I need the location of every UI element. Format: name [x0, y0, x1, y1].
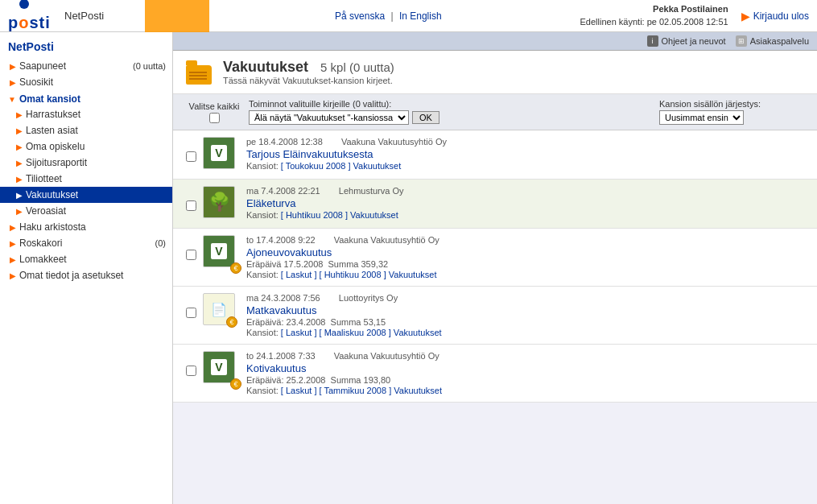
folder-link[interactable]: [ Maaliskuu 2008 ] [320, 328, 391, 337]
folder-link[interactable]: Vakuutukset [389, 270, 437, 279]
email-subject-link[interactable]: Tarjous Eläinvakuutuksesta [246, 148, 373, 160]
thumb-v-icon: V [215, 361, 222, 374]
email-subject-link[interactable]: Kotivakuutus [246, 362, 306, 374]
sidebar-item-suosikit[interactable]: ▶ Suosikit [0, 74, 172, 90]
folder-link[interactable]: Vakuutukset [353, 161, 402, 171]
folder-link[interactable]: [ Laskut ] [281, 328, 317, 337]
folder-link[interactable]: Vakuutukset [394, 328, 442, 337]
email-info: to 24.1.2008 7:33 Vaakuna Vakuutusyhtiö … [246, 351, 804, 395]
email-row: 📄 € ma 24.3.2008 7:56 Luottoyritys Oy Ma… [173, 287, 817, 345]
email-meta: to 17.4.2008 9:22 Vaakuna Vakuutusyhtiö … [246, 235, 804, 245]
email-subject: Eläketurva [246, 197, 804, 209]
ok-button[interactable]: OK [412, 111, 439, 124]
sidebar: NetPosti ▶ Saapuneet (0 uutta) ▶ Suosiki… [0, 32, 173, 504]
sidebar-item-saapuneet[interactable]: ▶ Saapuneet (0 uutta) [0, 58, 172, 74]
logout-arrow-icon: ▶ [741, 10, 750, 23]
folder-link[interactable]: [ Huhtikuu 2008 ] [320, 270, 386, 279]
select-all-area: Valitse kaikki [186, 101, 242, 123]
sidebar-item-harrastukset[interactable]: ▶ Harrastukset [0, 106, 172, 122]
toolbar: Valitse kaikki Toiminnot valituille kirj… [173, 94, 817, 130]
coin-badge: € [226, 316, 237, 328]
folder-lines [189, 70, 207, 81]
sidebar-item-omat-tiedot[interactable]: ▶ Omat tiedot ja asetukset [0, 267, 172, 283]
sort-select[interactable]: Uusimmat ensin [659, 110, 744, 125]
email-checkbox[interactable] [186, 250, 196, 260]
user-name: Pekka Postilainen [567, 3, 728, 15]
sidebar-item-roskakori[interactable]: ▶ Roskakori (0) [0, 235, 172, 251]
folder-link[interactable]: Vakuutukset [350, 210, 398, 220]
sidebar-item-lasten-asiat[interactable]: ▶ Lasten asiat [0, 122, 172, 138]
sidebar-label: Harrastukset [26, 109, 80, 120]
arrow-icon: ▶ [16, 159, 23, 167]
logout-area: ▶ Kirjaudu ulos [741, 10, 809, 23]
folder-line [189, 75, 207, 76]
email-thumbnail: V [203, 137, 238, 172]
sidebar-item-oma-opiskelu[interactable]: ▶ Oma opiskelu [0, 138, 172, 155]
customer-link[interactable]: ⊞ Asiakaspalvelu [736, 35, 809, 47]
sidebar-label: Tiliotteet [26, 173, 62, 184]
email-sender: Lehmusturva Oy [339, 186, 404, 196]
lang-swedish-link[interactable]: På svenska [335, 10, 385, 22]
arrow-icon: ▶ [10, 223, 16, 232]
email-details: Kansiot: [ Toukokuu 2008 ] Vakuutukset [246, 161, 804, 171]
folder-icon [186, 60, 215, 85]
sidebar-item-tiliotteet[interactable]: ▶ Tiliotteet [0, 171, 172, 187]
sidebar-item-lomakkeet[interactable]: ▶ Lomakkeet [0, 251, 172, 267]
folder-tab [186, 60, 197, 65]
logout-button[interactable]: Kirjaudu ulos [753, 10, 809, 22]
actions-controls: Älä näytä "Vakuutukset "-kansiossa OK [249, 110, 653, 125]
customer-label: Asiakaspalvelu [750, 36, 809, 46]
email-checkbox[interactable] [186, 151, 196, 162]
customer-icon: ⊞ [736, 35, 747, 47]
email-subject-link[interactable]: Matkavakuutus [246, 304, 316, 316]
logo-area: posti NetPosti [8, 4, 137, 28]
lang-english-link[interactable]: In English [399, 10, 442, 22]
email-folders: Kansiot: [ Laskut ] [ Huhtikuu 2008 ] Va… [246, 270, 804, 279]
email-subject-link[interactable]: Eläketurva [246, 197, 295, 209]
folder-link[interactable]: Vakuutukset [394, 386, 442, 395]
folder-link[interactable]: [ Laskut ] [281, 386, 317, 395]
email-details: Eräpäivä 17.5.2008 Summa 359,32 [246, 259, 804, 269]
email-meta: pe 18.4.2008 12:38 Vaakuna Vakuutusyhtiö… [246, 137, 804, 147]
email-thumbnail: 📄 € [203, 293, 238, 328]
arrow-icon: ▶ [10, 62, 16, 71]
folder-link[interactable]: [ Toukokuu 2008 ] [281, 161, 351, 171]
email-subject-link[interactable]: Ajoneuvovakuutus [246, 246, 332, 258]
email-details: Eräpäivä: 25.2.2008 Summa 193,80 [246, 375, 804, 385]
user-area: Pekka Postilainen Edellinen käynti: pe 0… [567, 3, 728, 28]
sidebar-label: Omat kansiot [19, 93, 80, 105]
email-checkbox[interactable] [186, 200, 196, 211]
invoice-icon: 📄 [211, 302, 227, 317]
sidebar-label: Sijoitusraportit [26, 157, 87, 168]
email-subject: Kotivakuutus [246, 362, 804, 374]
sidebar-item-veroasiat[interactable]: ▶ Veroasiat [0, 203, 172, 219]
main-layout: NetPosti ▶ Saapuneet (0 uutta) ▶ Suosiki… [0, 32, 817, 504]
help-link[interactable]: i Ohjeet ja neuvot [647, 35, 726, 47]
action-select[interactable]: Älä näytä "Vakuutukset "-kansiossa [249, 110, 409, 125]
arrow-icon: ▶ [10, 78, 16, 87]
email-sender: Vaakuna Vakuutusyhtiö Oy [341, 137, 447, 147]
email-checkbox[interactable] [186, 366, 196, 376]
email-date: pe 18.4.2008 12:38 [246, 137, 323, 147]
select-all-checkbox[interactable] [209, 113, 220, 123]
arrow-icon: ▶ [10, 255, 16, 264]
folder-link[interactable]: [ Tammikuu 2008 ] [320, 386, 392, 395]
folder-link[interactable]: [ Huhtikuu 2008 ] [281, 210, 348, 220]
email-row: V pe 18.4.2008 12:38 Vaakuna Vakuutusyht… [173, 130, 817, 180]
sidebar-label: Veroasiat [26, 205, 66, 217]
arrow-icon: ▶ [10, 239, 16, 248]
email-info: to 17.4.2008 9:22 Vaakuna Vakuutusyhtiö … [246, 235, 804, 279]
logo: posti [8, 4, 48, 28]
folder-line [189, 78, 207, 80]
arrow-icon: ▶ [10, 271, 16, 280]
email-checkbox[interactable] [186, 308, 196, 318]
folder-link[interactable]: [ Laskut ] [281, 270, 317, 279]
email-info: pe 18.4.2008 12:38 Vaakuna Vakuutusyhtiö… [246, 137, 804, 171]
sidebar-item-haku-arkistosta[interactable]: ▶ Haku arkistosta [0, 219, 172, 235]
sidebar-item-sijoitusraportit[interactable]: ▶ Sijoitusraportit [0, 155, 172, 171]
arrow-icon: ▶ [16, 175, 23, 184]
email-thumbnail: V € [203, 351, 238, 386]
folder-title: Vakuutukset 5 kpl (0 uutta) [223, 59, 394, 76]
sidebar-item-omat-kansiot[interactable]: ▼ Omat kansiot [0, 90, 172, 106]
sidebar-item-vakuutukset[interactable]: ▶ Vakuutukset [0, 187, 172, 203]
